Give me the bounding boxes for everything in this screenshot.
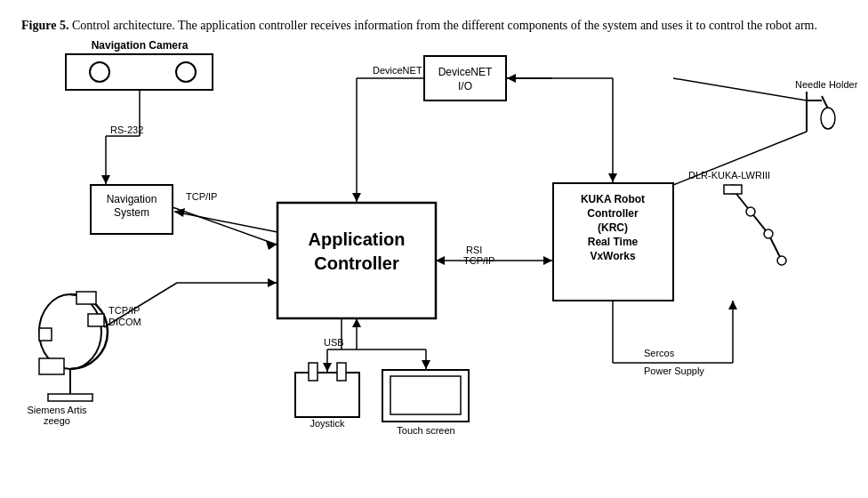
svg-text:USB: USB [324, 337, 344, 348]
svg-text:DeviceNET: DeviceNET [438, 66, 493, 78]
svg-text:Sercos: Sercos [644, 348, 675, 358]
caption-text: Control architecture. The application co… [72, 19, 817, 32]
svg-marker-77 [728, 301, 737, 309]
svg-text:DeviceNET: DeviceNET [373, 65, 422, 76]
svg-text:Power Supply: Power Supply [644, 365, 704, 376]
svg-text:System: System [114, 206, 149, 219]
svg-rect-19 [295, 373, 359, 417]
svg-marker-72 [352, 318, 361, 327]
svg-marker-29 [101, 175, 110, 184]
svg-line-31 [173, 207, 277, 245]
svg-rect-38 [76, 292, 96, 304]
svg-rect-37 [39, 358, 64, 374]
svg-rect-10 [424, 56, 506, 100]
svg-point-2 [176, 62, 196, 82]
svg-rect-20 [309, 363, 317, 381]
svg-text:I/O: I/O [458, 80, 472, 92]
svg-text:Needle Holder: Needle Holder [795, 79, 858, 90]
svg-marker-61 [436, 256, 445, 265]
figure-label: Figure 5. [21, 19, 68, 32]
svg-point-1 [90, 62, 109, 82]
svg-marker-47 [268, 278, 277, 287]
svg-text:Touch screen: Touch screen [397, 425, 454, 436]
svg-rect-21 [337, 363, 346, 381]
svg-point-92 [821, 108, 835, 129]
svg-text:Navigation Camera: Navigation Camera [92, 39, 189, 52]
svg-text:TCP/IP: TCP/IP [186, 191, 217, 202]
svg-text:Joystick: Joystick [309, 418, 345, 429]
svg-text:Controller: Controller [314, 253, 399, 273]
svg-text:Navigation: Navigation [107, 193, 157, 205]
svg-marker-58 [507, 74, 516, 83]
svg-text:TCP/IP: TCP/IP [108, 305, 140, 316]
svg-marker-60 [543, 256, 552, 265]
svg-text:RS-232: RS-232 [110, 124, 143, 135]
caption: Figure 5. Control architecture. The appl… [21, 16, 847, 35]
svg-text:RSI: RSI [466, 245, 482, 255]
svg-marker-55 [352, 193, 361, 202]
diagram-svg: Navigation Camera Navigation System Appl… [21, 47, 847, 430]
svg-point-85 [746, 207, 755, 216]
svg-rect-24 [390, 376, 461, 414]
svg-rect-42 [39, 328, 52, 341]
svg-text:TCP/IP: TCP/IP [463, 255, 494, 266]
svg-line-95 [673, 78, 807, 100]
svg-point-86 [764, 229, 773, 238]
svg-text:DLR-KUKA-LWRIII: DLR-KUKA-LWRIII [688, 170, 770, 181]
svg-marker-52 [608, 173, 617, 182]
svg-text:VxWorks: VxWorks [590, 250, 635, 262]
svg-text:(KRC): (KRC) [598, 221, 628, 234]
svg-text:Real Time: Real Time [588, 236, 639, 248]
svg-rect-41 [88, 314, 104, 326]
svg-marker-70 [422, 360, 430, 369]
svg-text:Siemens Artis: Siemens Artis [27, 405, 87, 415]
svg-rect-40 [48, 394, 92, 401]
svg-text:zeego: zeego [44, 415, 70, 426]
svg-rect-88 [724, 185, 742, 194]
svg-text:DICOM: DICOM [108, 317, 141, 327]
svg-point-87 [777, 256, 786, 265]
svg-text:KUKA Robot: KUKA Robot [581, 193, 645, 205]
diagram: Navigation Camera Navigation System Appl… [21, 47, 847, 430]
svg-marker-67 [323, 363, 332, 372]
svg-line-34 [174, 212, 277, 232]
svg-text:Application: Application [309, 229, 406, 249]
svg-text:Controller: Controller [587, 207, 639, 220]
